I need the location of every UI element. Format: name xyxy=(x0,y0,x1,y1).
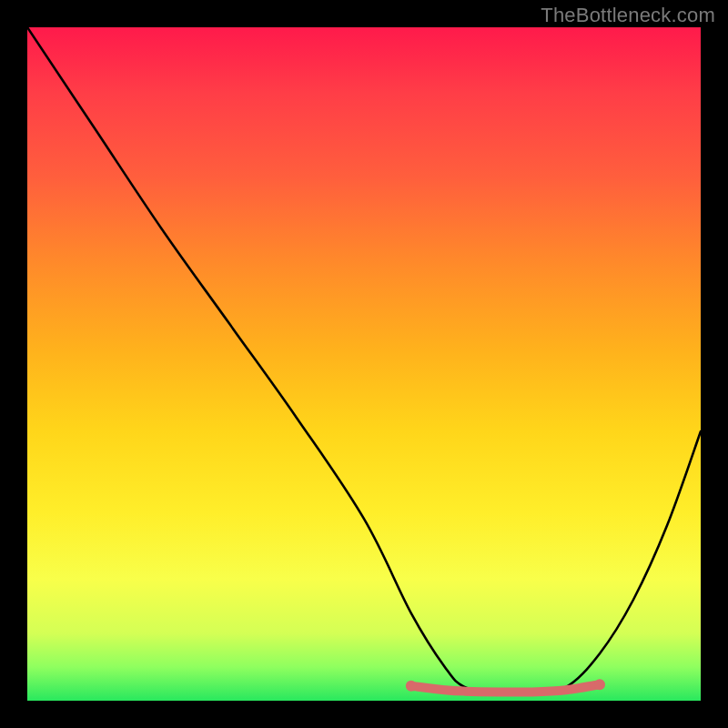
optimal-range-highlight xyxy=(411,684,600,692)
bottleneck-curve xyxy=(27,27,701,695)
highlight-endpoint-left xyxy=(406,681,417,692)
plot-area xyxy=(27,27,701,701)
attribution-label: TheBottleneck.com xyxy=(541,4,715,27)
curve-layer xyxy=(27,27,701,701)
highlight-endpoint-right xyxy=(594,679,605,690)
chart-frame: TheBottleneck.com xyxy=(0,0,728,728)
